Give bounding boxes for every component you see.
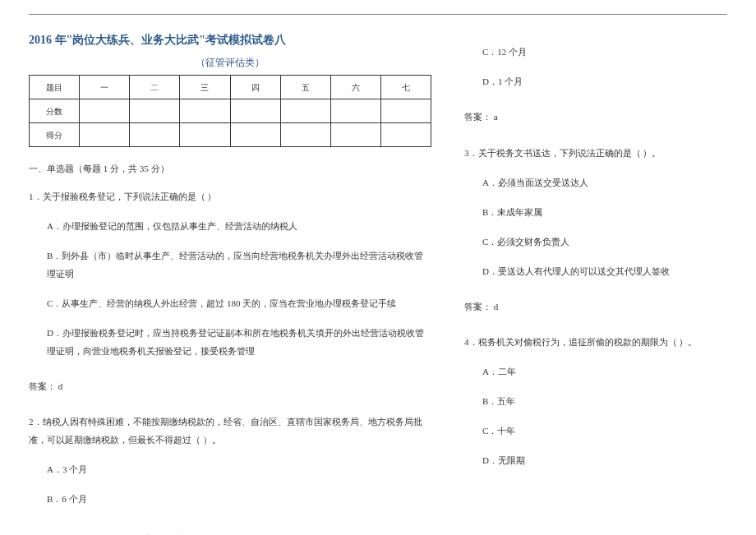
cell-row-label: 题目 — [30, 76, 80, 99]
right-column: C．12 个月 D．1 个月 答案： a 3．关于税务文书送达，下列说法正确的是… — [464, 31, 727, 535]
option-c: C．从事生产、经营的纳税人外出经营，超过 180 天的，应当在营业地办理税务登记… — [47, 294, 431, 312]
cell-col-head: 一 — [80, 76, 130, 99]
cell-col-head: 三 — [180, 76, 230, 99]
cell-empty — [280, 99, 330, 123]
options: A．二年 B．五年 C．十年 D．无限期 — [464, 362, 727, 469]
two-column-layout: 2016 年"岗位大练兵、业务大比武"考试模拟试卷八 （征管评估类） 题目 一 … — [29, 31, 727, 535]
question-4: 4．税务机关对偷税行为，追征所偷的税款的期限为（ ）。 A．二年 B．五年 C．… — [464, 333, 727, 469]
section-heading: 一、单选题（每题 1 分，共 35 分） — [29, 162, 431, 176]
cell-empty — [330, 123, 380, 147]
cell-empty — [80, 99, 130, 123]
option-c: C．必须交财务负责人 — [482, 233, 727, 251]
option-c: C．12 个月 — [482, 43, 727, 61]
score-table: 题目 一 二 三 四 五 六 七 分数 — [29, 75, 431, 147]
cell-empty — [180, 99, 230, 123]
table-row: 题目 一 二 三 四 五 六 七 — [30, 76, 431, 99]
question-stem: 4．税务机关对偷税行为，追征所偷的税款的期限为（ ）。 — [464, 333, 727, 351]
options: A．必须当面送交受送达人 B．未成年家属 C．必须交财务负责人 D．受送达人有代… — [464, 173, 727, 280]
left-column: 2016 年"岗位大练兵、业务大比武"考试模拟试卷八 （征管评估类） 题目 一 … — [29, 31, 431, 535]
option-a: A．二年 — [482, 362, 727, 380]
question-stem: 1．关于报验税务登记，下列说法正确的是（ ） — [29, 187, 431, 205]
options: A．办理报验登记的范围，仅包括从事生产、经营活动的纳税人 B．到外县（市）临时从… — [29, 217, 431, 360]
option-a: A．办理报验登记的范围，仅包括从事生产、经营活动的纳税人 — [47, 217, 431, 235]
option-a: A．3 个月 — [47, 460, 431, 478]
options-continued-q2: C．12 个月 D．1 个月 — [464, 43, 727, 90]
cell-empty — [230, 123, 280, 147]
option-d: D．无限期 — [482, 451, 727, 469]
cell-col-head: 五 — [280, 76, 330, 99]
cell-empty — [230, 99, 280, 123]
question-stem: 3．关于税务文书送达，下列说法正确的是（ ）。 — [464, 144, 727, 162]
exam-subtitle: （征管评估类） — [29, 55, 431, 70]
answer-line-q2: 答案： a — [464, 110, 727, 124]
option-d: D．1 个月 — [482, 72, 727, 90]
question-stem: 2．纳税人因有特殊困难，不能按期缴纳税款的，经省、自治区、直辖市国家税务局、地方… — [29, 413, 431, 449]
question-2: 2．纳税人因有特殊困难，不能按期缴纳税款的，经省、自治区、直辖市国家税务局、地方… — [29, 413, 431, 508]
cell-row-label: 得分 — [30, 123, 80, 147]
options: A．3 个月 B．6 个月 — [29, 460, 431, 508]
option-d: D．受送达人有代理人的可以送交其代理人签收 — [482, 262, 727, 280]
option-b: B．五年 — [482, 392, 727, 410]
cell-empty — [130, 123, 180, 147]
cell-empty — [130, 99, 180, 123]
question-1: 1．关于报验税务登记，下列说法正确的是（ ） A．办理报验登记的范围，仅包括从事… — [29, 187, 431, 394]
cell-empty — [180, 123, 230, 147]
cell-empty — [330, 99, 380, 123]
page-container: 2016 年"岗位大练兵、业务大比武"考试模拟试卷八 （征管评估类） 题目 一 … — [29, 14, 727, 535]
option-b: B．到外县（市）临时从事生产、经营活动的，应当向经营地税务机关办理外出经营活动税… — [47, 247, 431, 283]
cell-col-head: 四 — [230, 76, 280, 99]
question-3: 3．关于税务文书送达，下列说法正确的是（ ）。 A．必须当面送交受送达人 B．未… — [464, 144, 727, 314]
table-row: 分数 — [30, 99, 431, 123]
answer-line: 答案： d — [464, 300, 727, 314]
cell-col-head: 七 — [380, 76, 431, 99]
answer-line: 答案： d — [29, 380, 431, 394]
exam-title: 2016 年"岗位大练兵、业务大比武"考试模拟试卷八 — [29, 31, 431, 48]
cell-row-label: 分数 — [30, 99, 80, 123]
cell-col-head: 二 — [130, 76, 180, 99]
cell-empty — [80, 123, 130, 147]
option-d: D．办理报验税务登记时，应当持税务登记证副本和所在地税务机关填开的外出经营活动税… — [47, 324, 431, 360]
option-c: C．十年 — [482, 422, 727, 440]
cell-col-head: 六 — [330, 76, 380, 99]
cell-empty — [380, 99, 431, 123]
table-row: 得分 — [30, 123, 431, 147]
option-a: A．必须当面送交受送达人 — [482, 173, 727, 191]
cell-empty — [280, 123, 330, 147]
option-b: B．6 个月 — [47, 490, 431, 508]
option-b: B．未成年家属 — [482, 203, 727, 221]
cell-empty — [380, 123, 431, 147]
